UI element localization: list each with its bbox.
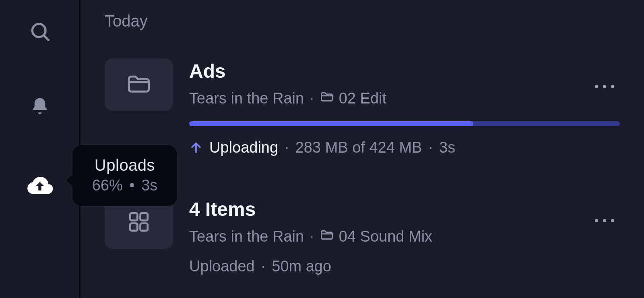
search-button[interactable] <box>25 16 55 47</box>
svg-rect-9 <box>140 213 148 220</box>
project-name: Tears in the Rain <box>189 228 304 245</box>
tooltip-status: 66% • 3s <box>89 177 161 194</box>
svg-rect-11 <box>140 224 148 231</box>
tooltip-eta: 3s <box>141 177 157 194</box>
notifications-button[interactable] <box>25 91 55 122</box>
folder-icon <box>320 228 334 246</box>
svg-point-14 <box>603 219 606 222</box>
upload-title: 4 Items <box>189 198 620 220</box>
svg-point-7 <box>611 85 614 88</box>
status-separator: · <box>428 139 433 156</box>
tooltip-separator: • <box>127 177 137 194</box>
status-size: 283 MB of 424 MB <box>295 139 422 156</box>
upload-path: Tears in the Rain · 02 Edit <box>189 89 620 108</box>
sidebar: Uploads 66% • 3s <box>0 0 80 298</box>
upload-row: Ads Tears in the Rain · 02 Edit <box>105 58 620 156</box>
svg-point-5 <box>595 85 598 88</box>
svg-rect-8 <box>130 213 137 220</box>
svg-point-13 <box>595 219 598 222</box>
status-time: 50m ago <box>272 258 331 275</box>
upload-status-line: Uploaded · 50m ago <box>189 258 620 275</box>
folder-name: 04 Sound Mix <box>339 228 432 245</box>
svg-point-6 <box>603 85 606 88</box>
status-eta: 3s <box>439 139 455 156</box>
svg-line-1 <box>43 35 48 40</box>
more-options-button[interactable] <box>589 213 620 229</box>
uploads-tooltip: Uploads 66% • 3s <box>72 145 177 206</box>
upload-row: 4 Items Tears in the Rain · 04 Sound Mix <box>105 197 620 275</box>
svg-point-15 <box>611 219 614 222</box>
more-horizontal-icon <box>593 217 616 225</box>
upload-progress-track <box>189 121 620 126</box>
section-label: Today <box>105 12 620 30</box>
upload-path: Tears in the Rain · 04 Sound Mix <box>189 228 620 246</box>
more-options-button[interactable] <box>589 79 620 95</box>
upload-folder: 04 Sound Mix <box>320 228 432 246</box>
path-separator: · <box>310 90 314 107</box>
grid-icon <box>127 210 151 235</box>
status-label: Uploaded <box>189 258 255 275</box>
folder-icon <box>126 70 152 99</box>
project-name: Tears in the Rain <box>189 90 304 107</box>
svg-rect-10 <box>130 224 137 231</box>
upload-thumbnail[interactable] <box>105 58 173 111</box>
folder-icon <box>320 89 334 108</box>
tooltip-title: Uploads <box>89 156 161 174</box>
search-icon <box>29 20 51 43</box>
folder-name: 02 Edit <box>339 90 386 107</box>
upload-status-line: Uploading · 283 MB of 424 MB · 3s <box>189 139 620 156</box>
status-separator: · <box>261 258 266 275</box>
upload-title: Ads <box>189 60 620 82</box>
status-label: Uploading <box>209 139 278 156</box>
status-separator: · <box>285 139 289 156</box>
upload-arrow-icon <box>189 141 203 155</box>
cloud-upload-icon <box>25 170 55 200</box>
uploads-button[interactable] <box>25 170 55 201</box>
upload-folder: 02 Edit <box>320 89 386 108</box>
path-separator: · <box>310 228 314 245</box>
upload-progress-fill <box>189 121 473 126</box>
bell-icon <box>29 96 50 117</box>
more-horizontal-icon <box>593 83 616 91</box>
tooltip-percent: 66% <box>92 177 123 194</box>
